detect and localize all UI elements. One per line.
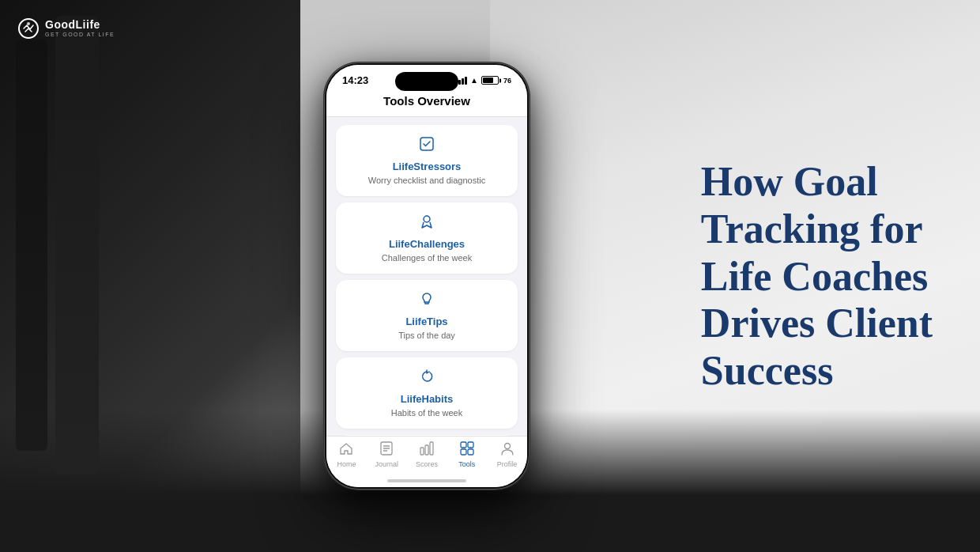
tips-desc: Tips of the day	[398, 331, 455, 340]
habits-desc: Habits of the week	[391, 408, 463, 418]
profile-icon	[500, 441, 514, 459]
stressors-icon	[419, 136, 435, 156]
headline-line3: Life Coaches	[701, 253, 928, 298]
battery-percent: 76	[503, 77, 511, 85]
scroll-area[interactable]: LiifeStressors Worry checklist and diagn…	[326, 117, 527, 436]
tab-bar: Home Journal	[326, 436, 527, 476]
svg-rect-15	[468, 442, 473, 448]
tab-profile-label: Profile	[497, 460, 518, 468]
logo: GoodLiife GET GOOD AT LIFE	[17, 17, 115, 40]
status-icons: ▲ 76	[455, 76, 511, 85]
tool-card-stressors[interactable]: LiifeStressors Worry checklist and diagn…	[336, 125, 518, 196]
phone-device: 14:23 ▲ 76 Tools Overvi	[324, 62, 530, 490]
screen-header: Tools Overview	[326, 89, 527, 117]
tool-card-habits[interactable]: LiifeHabits Habits of the week	[336, 357, 518, 429]
status-time: 14:23	[342, 74, 368, 86]
tab-home-label: Home	[337, 460, 356, 468]
challenges-name: LiifeChallenges	[389, 238, 465, 250]
headline-text: How Goal Tracking for Life Coaches Drive…	[701, 158, 933, 395]
headline-line4: Drives Client	[701, 301, 933, 346]
signal-bar-2	[458, 80, 461, 85]
journal-icon	[380, 441, 393, 459]
tab-tools-label: Tools	[458, 460, 475, 468]
logo-brand: GoodLiife	[45, 19, 115, 31]
headline-line1: How Goal	[701, 159, 878, 204]
stressors-desc: Worry checklist and diagnostic	[368, 176, 485, 185]
tab-scores[interactable]: Scores	[407, 441, 447, 468]
challenges-desc: Challenges of the week	[382, 253, 472, 263]
svg-rect-17	[468, 449, 473, 455]
headline-line5: Success	[701, 348, 834, 393]
tab-profile[interactable]: Profile	[487, 441, 527, 468]
signal-bar-3	[462, 78, 464, 85]
svg-rect-13	[430, 442, 433, 455]
phone-wrapper: 14:23 ▲ 76 Tools Overvi	[324, 62, 530, 490]
svg-rect-16	[461, 449, 466, 455]
svg-point-3	[424, 216, 430, 222]
tab-home[interactable]: Home	[326, 441, 367, 468]
svg-point-18	[504, 444, 510, 449]
dark-panel-2	[16, 40, 47, 451]
tab-journal[interactable]: Journal	[367, 441, 407, 468]
scores-icon	[420, 441, 434, 459]
habits-icon	[419, 369, 435, 388]
screen-title: Tools Overview	[383, 94, 470, 108]
logo-text: GoodLiife GET GOOD AT LIFE	[45, 19, 115, 37]
dark-panel-1	[55, 16, 99, 474]
home-indicator	[326, 476, 527, 487]
headline: How Goal Tracking for Life Coaches Drive…	[701, 158, 933, 395]
logo-tagline: GET GOOD AT LIFE	[45, 32, 115, 38]
tips-icon	[419, 291, 435, 311]
tools-icon	[460, 441, 474, 459]
svg-point-1	[27, 22, 30, 25]
habits-name: LiifeHabits	[401, 393, 453, 405]
dynamic-island	[395, 72, 458, 91]
stressors-name: LiifeStressors	[393, 161, 462, 172]
tab-tools[interactable]: Tools	[447, 441, 487, 468]
headline-line2: Tracking for	[701, 206, 923, 251]
signal-bar-4	[465, 77, 467, 85]
tool-card-challenges[interactable]: LiifeChallenges Challenges of the week	[336, 202, 518, 274]
tool-card-tips[interactable]: LiifeTips Tips of the day	[336, 280, 518, 351]
tab-journal-label: Journal	[375, 460, 398, 468]
tips-name: LiifeTips	[405, 316, 447, 327]
tab-scores-label: Scores	[416, 460, 438, 468]
home-icon	[339, 441, 353, 459]
home-bar	[387, 479, 466, 482]
wifi-icon: ▲	[470, 76, 478, 85]
phone-screen: 14:23 ▲ 76 Tools Overvi	[326, 65, 527, 487]
svg-rect-14	[461, 442, 466, 448]
battery-fill	[483, 78, 494, 83]
svg-rect-11	[420, 448, 424, 455]
svg-rect-12	[425, 445, 428, 455]
challenges-icon	[419, 214, 435, 233]
battery-icon	[481, 76, 499, 85]
